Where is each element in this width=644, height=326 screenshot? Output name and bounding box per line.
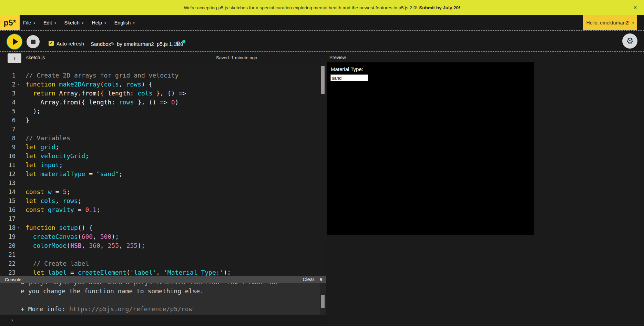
announcement-banner: We're accepting p5.js sketches for a spe… [0,0,644,15]
stop-button[interactable] [27,35,40,48]
menu-item-label: Help [92,20,102,26]
code-text: function make2DArray(cols, rows) { [20,80,153,89]
p5-logo[interactable]: p5* [0,15,20,30]
console-output: ✿ p5.js says: you have used a p5.js rese… [0,283,326,315]
tab-sketch-js[interactable]: sketch.js [26,55,45,60]
fold-caret-icon[interactable]: ▾ [18,224,20,232]
material-type-input[interactable] [330,74,368,81]
code-line[interactable]: 19 createCanvas(600, 500); [0,232,320,241]
code-token: ; [78,197,82,204]
code-token: ( [67,242,70,249]
console-title: Console [5,277,21,282]
menubar: p5* File▾Edit▾Sketch▾Help▾English▾ Hello… [0,15,644,31]
code-token: setup [59,224,78,231]
sketch-canvas[interactable]: Material Type: [327,62,534,235]
code-token: ) [175,99,179,106]
code-token: Array.from({ length: [55,90,137,97]
code-line[interactable]: 6} [0,116,320,125]
code-text: let velocityGrid; [20,152,89,161]
code-line[interactable]: 10let velocityGrid; [0,152,320,161]
code-token: label [48,269,67,276]
code-text: function setup() { [20,223,93,232]
code-line[interactable]: 15let cols, rows; [0,196,320,205]
code-line[interactable]: 22 // Create label [0,259,320,268]
code-line[interactable]: 13 [0,179,320,187]
close-icon[interactable]: ✕ [632,4,638,11]
line-number: 17 [0,214,20,223]
code-line[interactable]: 8// Variables [0,134,320,143]
console-clear-button[interactable]: Clear [303,277,314,282]
code-editor[interactable]: 1// Create 2D arrays for grid and veloci… [0,63,326,276]
code-token: createCanvas [33,233,78,240]
settings-gear-icon: ⚙ [626,36,634,46]
code-line[interactable]: 14const w = 5; [0,187,320,196]
expand-sidebar-button[interactable]: › [8,53,21,63]
settings-button[interactable]: ⚙ [622,33,637,49]
code-line[interactable]: 5 ); [0,107,320,116]
console-scrollbar[interactable] [321,295,325,308]
code-token: function [25,81,55,88]
chevron-down-icon: ▾ [82,21,84,25]
code-token: 0.1 [85,206,96,213]
code-token: let [33,269,44,276]
code-token: Array.from({ length: [25,99,119,106]
version-gear-icon[interactable]: ⚙ [175,40,181,47]
code-line[interactable]: 12let materialType = "sand"; [0,170,320,179]
code-text: colorMode(HSB, 360, 255, 255); [20,241,145,250]
banner-cta[interactable]: Submit by July 20! [419,5,460,10]
menu-item-edit[interactable]: Edit▾ [43,20,56,26]
material-type-label: Material Type: [331,66,363,72]
project-name[interactable]: Sandbox [91,41,111,47]
code-line[interactable]: 11let input; [0,161,320,170]
line-number: 16 [0,205,20,214]
fold-caret-icon[interactable]: ▾ [18,80,20,89]
code-token: 5 [63,188,67,195]
preview-title: Preview [329,55,346,60]
console-line: ✿ p5.js says: you have used a p5.js rese… [21,283,279,287]
code-token: ); [111,233,119,240]
autorefresh-checkbox[interactable]: ✓ [49,41,54,46]
code-line[interactable]: 2▾function make2DArray(cols, rows) { [0,80,320,89]
code-token: let [25,161,37,169]
code-line[interactable]: 4 Array.from({ length: rows }, () => 0) [0,98,320,107]
edit-project-name-icon[interactable]: ✎ [111,41,115,47]
console-input-row[interactable]: › [0,315,326,326]
code-token [37,143,41,151]
code-token [25,242,33,249]
menu-list: File▾Edit▾Sketch▾Help▾English▾ [23,15,143,30]
code-token [37,161,41,169]
code-token: 'label' [130,269,156,276]
console-text: p5.js says: you have used a p5.js reserv… [25,283,279,286]
code-line[interactable]: 3 return Array.from({ length: cols }, ()… [0,89,320,98]
menu-item-help[interactable]: Help▾ [92,20,106,26]
code-line[interactable]: 1// Create 2D arrays for grid and veloci… [0,71,320,80]
code-token: , [82,242,89,249]
code-token: make2DArray [59,81,100,88]
play-button[interactable] [7,34,22,49]
code-line[interactable]: 23 let label = createElement('label', 'M… [0,268,320,276]
code-text: const gravity = 0.1; [20,205,100,214]
banner-message: We're accepting p5.js sketches for a spe… [184,5,418,10]
code-line[interactable]: 20 colorMode(HSB, 360, 255, 255); [0,241,320,250]
menu-item-sketch[interactable]: Sketch▾ [64,20,83,26]
code-text: // Create 2D arrays for grid and velocit… [20,71,178,80]
code-line[interactable]: 18▾function setup() { [0,223,320,232]
code-line[interactable]: 16const gravity = 0.1; [0,205,320,214]
code-token: () { [78,224,93,231]
menu-item-file[interactable]: File▾ [23,20,35,26]
code-line[interactable]: 7 [0,125,320,134]
code-text: let input; [20,161,63,170]
editor-scrollbar[interactable] [321,66,325,94]
console-link[interactable]: https://p5js.org/reference/p5/row [69,305,193,313]
account-menu-button[interactable]: Hello, emekturhan2! ▾ [583,15,637,30]
code-line[interactable]: 9let grid; [0,143,320,152]
line-number: 13 [0,179,20,187]
code-token [44,269,48,276]
code-line[interactable]: 17 [0,214,320,223]
code-line[interactable]: 21 [0,250,320,259]
code-text [20,125,25,134]
menu-item-english[interactable]: English▾ [114,20,135,26]
code-token: // Create 2D arrays for grid and velocit… [25,72,178,79]
code-token [44,206,48,213]
console-collapse-icon[interactable]: ∨ [319,276,323,282]
